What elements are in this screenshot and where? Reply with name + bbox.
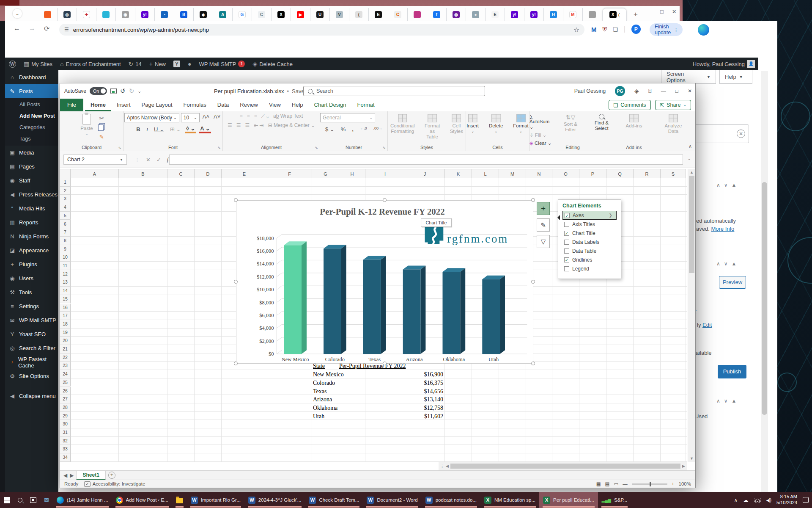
browser-tab[interactable]: ◆ (194, 8, 213, 21)
search-button[interactable] (14, 492, 26, 508)
checkbox-checked[interactable]: ✓ (564, 231, 569, 236)
quick-access-chevron-icon[interactable]: ⌄ (137, 88, 141, 94)
normal-view-icon[interactable]: ▦ (596, 481, 601, 487)
browser-tab[interactable] (583, 8, 602, 21)
row-header-29[interactable]: 29 (60, 412, 71, 420)
indent-icons[interactable]: ⇤ ⇥ (254, 122, 263, 128)
browser-tab[interactable]: ▶ (291, 8, 310, 21)
row-header-25[interactable]: 25 (60, 378, 71, 387)
browser-tab[interactable]: E (486, 8, 505, 21)
format-cells-button[interactable]: Format⌄ (510, 113, 531, 134)
chart-bar[interactable] (324, 248, 341, 354)
back-icon[interactable]: ← (14, 25, 20, 32)
panel-toggle-icons[interactable]: ∧∨▲ (716, 398, 740, 404)
row-header-4[interactable]: 4 (60, 203, 71, 212)
font-size-select[interactable]: 10⌄ (181, 113, 200, 122)
onedrive-cloud-icon[interactable]: ☁ (743, 497, 749, 503)
grow-font-icon[interactable]: A˄ (201, 113, 211, 122)
admin-bar-item-delete-cache[interactable]: ◈Delete Cache (249, 58, 296, 70)
horizontal-scrollbar[interactable]: ⋮◀▶ (439, 462, 687, 470)
browser-tab[interactable] (96, 8, 116, 21)
ribbon-tab-view[interactable]: View (263, 99, 286, 111)
reading-list-icon[interactable]: ❏ (613, 26, 618, 33)
row-header-1[interactable]: 1 (60, 178, 71, 187)
column-header-J[interactable]: J (405, 169, 445, 178)
reload-icon[interactable]: ⟳ (44, 25, 49, 33)
column-header-B[interactable]: B (119, 169, 167, 178)
sidebar-item-ninja-forms[interactable]: NNinja Forms (5, 229, 58, 243)
chrome-window-button[interactable]: Add New Post ‹ E... (112, 492, 172, 508)
fill-button[interactable]: ⇩ Fill ⌄ (529, 132, 554, 138)
underline-icon[interactable]: U ⌄ (153, 126, 165, 133)
row-header-9[interactable]: 9 (60, 245, 71, 254)
shrink-font-icon[interactable]: A˅ (212, 113, 222, 122)
browser-tab[interactable]: y! (524, 8, 544, 21)
sidebar-item-staff[interactable]: ◉Staff (5, 174, 58, 188)
screen-options-button[interactable]: Screen Options▼ (661, 70, 716, 84)
row-header-19[interactable]: 19 (60, 329, 71, 337)
browser-tab[interactable]: A (213, 8, 233, 21)
address-bar[interactable]: ☰ errorsofenchantment.com/wp/wp-admin/po… (59, 24, 584, 36)
sidebar-item-yoast-seo[interactable]: YYoast SEO (5, 327, 58, 341)
sidebar-item-media-hits[interactable]: “Media Hits (5, 202, 58, 215)
chart-selection-handle[interactable] (531, 198, 535, 202)
browser-tab[interactable]: ◔ (155, 8, 174, 21)
sidebar-item-site-options[interactable]: ⚙Site Options (5, 369, 58, 383)
align-left-icon[interactable]: ☰ (228, 122, 232, 128)
preview-button[interactable]: Preview (719, 276, 746, 289)
sheet-tab-sheet1[interactable]: Sheet1 (76, 471, 105, 480)
mail-app-button[interactable]: ✉ (40, 492, 53, 508)
sidebar-item-media[interactable]: ▣Media (5, 146, 58, 160)
chart-element-option-axes[interactable]: ✓Axes❯ (562, 211, 617, 220)
chart-filters-button[interactable]: ▽ (537, 235, 550, 248)
coauth-diamond-icon[interactable]: ◈ (634, 88, 639, 94)
column-header-P[interactable]: P (579, 169, 606, 178)
row-header-22[interactable]: 22 (60, 353, 71, 362)
browser-maximize-icon[interactable]: □ (660, 8, 664, 15)
column-header-K[interactable]: K (445, 169, 472, 178)
sidebar-item-plugins[interactable]: +Plugins (5, 257, 58, 271)
more-info-link[interactable]: More Info (711, 226, 734, 232)
admin-bar-item-wp-mail-smtp[interactable]: WP Mail SMTP1 (195, 58, 249, 70)
malwarebytes-extension-icon[interactable]: M (591, 26, 597, 33)
sidebar-item-posts[interactable]: ✎Posts (5, 84, 58, 98)
excel-minimize-icon[interactable]: — (661, 88, 666, 94)
new-sheet-icon[interactable]: + (108, 472, 115, 479)
row-header-13[interactable]: 13 (60, 278, 71, 287)
browser-tab[interactable]: H (544, 8, 563, 21)
excel-maximize-icon[interactable]: □ (675, 88, 678, 94)
browser-tab[interactable]: M (563, 8, 583, 21)
browser-tab[interactable]: X (272, 8, 291, 21)
checkbox-unchecked[interactable] (564, 266, 569, 271)
sheet-nav-left-icon[interactable]: ◀ (63, 472, 67, 478)
volume-icon[interactable]: ◀)) (766, 498, 771, 502)
word-window-button[interactable]: WImportant Rio Gr... (187, 492, 244, 508)
column-header-A[interactable]: A (71, 169, 119, 178)
excel-close-icon[interactable]: ✕ (688, 88, 692, 94)
chart-styles-button[interactable]: ✎ (537, 218, 550, 232)
panel-toggle-icons[interactable]: ∧∨▲ (716, 261, 740, 267)
browser-tab[interactable]: y! (505, 8, 524, 21)
action-center-icon[interactable] (803, 497, 809, 503)
chart-element-option-data-labels[interactable]: Data Labels (562, 237, 617, 246)
zoom-level[interactable]: 100% (679, 481, 691, 486)
borders-icon[interactable]: ⊞ ⌄ (169, 126, 182, 133)
row-header-17[interactable]: 17 (60, 312, 71, 320)
collapse-ribbon-icon[interactable]: ∧ (689, 144, 692, 149)
row-header-20[interactable]: 20 (60, 337, 71, 345)
start-button[interactable] (0, 492, 14, 508)
edge-window-button[interactable]: (14) Jamie Henn ... (53, 492, 112, 508)
page-layout-view-icon[interactable]: ▤ (605, 481, 610, 487)
font-name-select[interactable]: Aptos Narrow (Body⌄ (124, 113, 179, 122)
row-header-15[interactable]: 15 (60, 295, 71, 304)
row-header-30[interactable]: 30 (60, 420, 71, 428)
comma-icon[interactable]: , (351, 126, 355, 133)
column-header-I[interactable]: I (365, 169, 405, 178)
browser-close-icon[interactable]: ✕ (672, 8, 677, 15)
chart-selection-handle[interactable] (234, 362, 238, 365)
chart-element-option-legend[interactable]: Legend (562, 264, 617, 273)
word-window-button[interactable]: Wpodcast notes.do... (422, 492, 480, 508)
ribbon-tab-insert[interactable]: Insert (111, 99, 136, 111)
row-header-26[interactable]: 26 (60, 387, 71, 395)
admin-bar-item-new[interactable]: +New (145, 58, 170, 70)
